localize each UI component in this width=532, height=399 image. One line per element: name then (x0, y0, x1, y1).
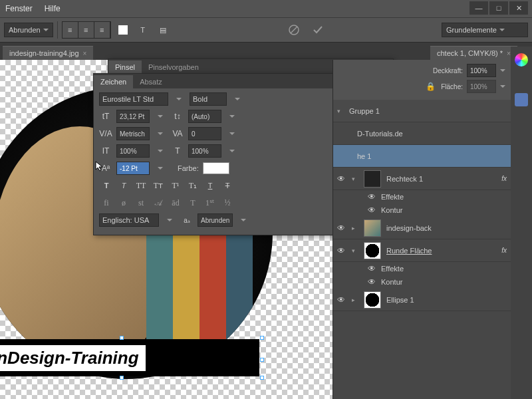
font-weight-select[interactable]: Bold (190, 92, 227, 106)
tab-zeichen[interactable]: Zeichen (94, 75, 133, 88)
visibility-icon[interactable]: 👁 (337, 223, 346, 233)
leading-input[interactable]: (Auto) (188, 110, 221, 123)
ordinal-button[interactable]: 1ˢᵗ (203, 196, 217, 209)
window-controls: — □ ✕ (469, 1, 528, 15)
layers-list: ▾ Gruppe 1 D-Tutorials.de he 1 👁 ▾ Recht… (333, 100, 511, 311)
commit-icon[interactable] (308, 22, 328, 38)
tracking-input[interactable]: 0 (188, 127, 221, 140)
right-dock (511, 47, 532, 399)
superscript-button[interactable]: T¹ (168, 179, 183, 192)
document-tabs: indesign-training4.jpg× chteck 1, CMYK/8… (0, 43, 532, 60)
chevron-down-icon (43, 29, 49, 31)
baseline-shift-input[interactable]: -12 Pt (116, 162, 150, 175)
ordinals-button[interactable]: T (186, 196, 200, 209)
bold-button[interactable]: T (99, 179, 114, 192)
baseline-icon: Aª (99, 162, 112, 175)
fx-badge[interactable]: fx (501, 247, 507, 254)
vscale-icon: IT (99, 144, 112, 158)
antialias-select[interactable]: Abrunden (4, 23, 53, 37)
options-bar: Abrunden ≡ ≡ ≡ T ▤ Grundelemente (0, 17, 532, 43)
layer-kontur-2[interactable]: 👁Kontur (333, 275, 511, 289)
cancel-icon[interactable] (284, 22, 304, 38)
swatch-icon[interactable] (115, 22, 131, 38)
layers-panel: Deckkraft: 100% 🔒 Fläche: 100% ▾ Gruppe … (332, 60, 511, 399)
visibility-icon[interactable]: 👁 (337, 295, 346, 305)
layer-thumb (364, 291, 381, 309)
layer-rechteck1[interactable]: 👁 ▾ Rechteck 1 fx (333, 168, 511, 190)
layer-kontur[interactable]: 👁Kontur (333, 203, 511, 217)
subscript-button[interactable]: T₁ (186, 179, 200, 192)
align-center-icon[interactable]: ≡ (78, 22, 94, 38)
language-select[interactable]: Englisch: USA (99, 213, 159, 227)
tab-absatz[interactable]: Absatz (133, 75, 169, 88)
visibility-icon[interactable]: 👁 (337, 174, 346, 184)
fill-label: Fläche: (441, 83, 463, 90)
allcaps-button[interactable]: TT (134, 179, 148, 192)
layer-tutorials[interactable]: D-Tutorials.de (333, 122, 511, 145)
banner-text: InDesign-Training (0, 348, 139, 368)
smallcaps-button[interactable]: Tᴛ (151, 179, 166, 192)
layer-runde-flaeche[interactable]: 👁 ▾ Runde Fläche fx (333, 239, 511, 262)
contextual-button[interactable]: ø (116, 196, 131, 209)
strike-button[interactable]: T (220, 179, 235, 192)
color-wheel-icon[interactable] (515, 53, 528, 66)
antialias-select-2[interactable]: Abrunden (198, 213, 233, 227)
menu-fenster[interactable]: Fenster (5, 4, 33, 13)
color-label: Farbe: (178, 164, 199, 172)
doc-tab-1[interactable]: indesign-training4.jpg× (3, 46, 93, 60)
lock-icon[interactable]: 🔒 (424, 80, 437, 93)
layer-thumb (364, 170, 381, 188)
close-button[interactable]: ✕ (509, 1, 528, 15)
align-group: ≡ ≡ ≡ (62, 21, 111, 39)
chevron-down-icon (499, 29, 505, 31)
layer-indesign-back[interactable]: 👁 ▸ indesign-back (333, 217, 511, 239)
font-size-input[interactable]: 23,12 Pt (116, 110, 150, 123)
layer-effekte-2[interactable]: 👁Effekte (333, 262, 511, 275)
tab-pinselvorgaben[interactable]: Pinselvorgaben (142, 61, 205, 74)
titling-button[interactable]: ād (168, 196, 183, 209)
layer-thumb (364, 219, 381, 237)
swash-button[interactable]: 𝒜 (151, 196, 166, 209)
font-family-select[interactable]: Eurostile LT Std (99, 92, 168, 106)
expand-icon[interactable]: ▾ (337, 108, 344, 114)
underline-button[interactable]: T (203, 179, 217, 192)
svg-line-1 (291, 27, 297, 33)
layer-gruppe1[interactable]: ▾ Gruppe 1 (333, 100, 511, 122)
vscale-input[interactable]: 100% (116, 144, 150, 158)
warp-text-icon[interactable]: T (135, 22, 151, 38)
close-icon[interactable]: × (507, 50, 511, 57)
workspace-select[interactable]: Grundelemente (442, 23, 528, 37)
fontsize-icon: tT (99, 110, 112, 123)
fill-input[interactable]: 100% (467, 80, 496, 93)
text-color-swatch[interactable] (203, 162, 229, 174)
aa-icon: aₐ (180, 213, 194, 227)
hscale-input[interactable]: 100% (188, 144, 221, 158)
tab-pinsel[interactable]: Pinsel (108, 61, 142, 74)
doc-tab-2[interactable]: chteck 1, CMYK/8) *× (430, 46, 517, 60)
menubar: Fenster Hilfe (0, 0, 532, 17)
kerning-icon: V/A (99, 127, 112, 140)
maximize-button[interactable]: □ (489, 1, 508, 15)
layer-thumb (364, 242, 381, 259)
align-left-icon[interactable]: ≡ (63, 22, 78, 38)
panels-icon[interactable]: ▤ (155, 22, 171, 38)
minimize-button[interactable]: — (469, 1, 488, 15)
leading-icon: t↕ (171, 110, 184, 123)
layer-effekte[interactable]: 👁Effekte (333, 190, 511, 203)
kerning-select[interactable]: Metrisch (116, 127, 150, 140)
layer-ellipse1[interactable]: 👁 ▸ Ellipse 1 (333, 289, 511, 311)
layer-he1[interactable]: he 1 (333, 145, 511, 168)
banner-text-layer[interactable]: InDesign-Training (0, 339, 259, 376)
opacity-input[interactable]: 100% (467, 64, 496, 77)
visibility-icon[interactable]: 👁 (337, 246, 346, 255)
ligatures-button[interactable]: fi (99, 196, 114, 209)
close-icon[interactable]: × (83, 50, 87, 57)
stylistic-button[interactable]: st (134, 196, 148, 209)
fractions-button[interactable]: ½ (220, 196, 235, 209)
menu-hilfe[interactable]: Hilfe (45, 4, 61, 13)
opacity-label: Deckkraft: (433, 67, 463, 74)
fx-badge[interactable]: fx (501, 175, 507, 182)
italic-button[interactable]: T (116, 179, 131, 192)
swatches-icon[interactable] (515, 93, 528, 106)
align-right-icon[interactable]: ≡ (94, 22, 110, 38)
